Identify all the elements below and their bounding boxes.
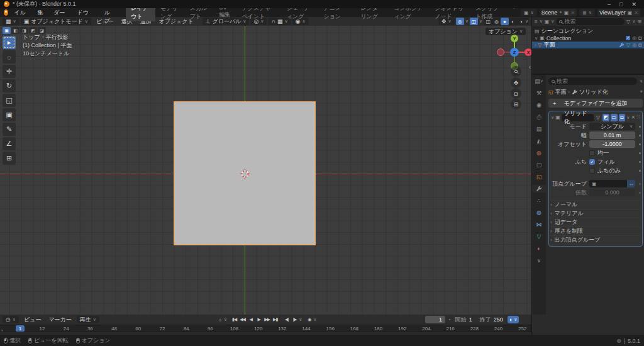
- measure-tool[interactable]: ∠: [3, 137, 16, 150]
- new-viewlayer-icon[interactable]: ▣: [628, 10, 633, 16]
- tab-scene[interactable]: ◭: [533, 137, 545, 145]
- navigation-gizmo[interactable]: Y X Z: [496, 33, 531, 71]
- modifier-subpanel[interactable]: ›マテリアル: [550, 209, 641, 218]
- properties-options-chevron[interactable]: ∨: [640, 79, 643, 84]
- timeline-editor-type-button[interactable]: ◷∨: [3, 316, 19, 323]
- pan-hand-icon[interactable]: ✥: [511, 77, 521, 88]
- modifier-wrench-icon[interactable]: [619, 42, 625, 48]
- invert-vertex-group-icon[interactable]: ↔: [627, 180, 635, 187]
- viewlayer-selector[interactable]: ViewLayer ▣ ✕: [597, 9, 640, 16]
- preview-range-icon[interactable]: ◔: [448, 317, 451, 323]
- disable-render-icon[interactable]: ◘: [638, 35, 641, 41]
- disable-render-icon[interactable]: ◘: [638, 42, 641, 48]
- add-modifier-button[interactable]: ＋ モディファイアーを追加: [548, 99, 643, 108]
- tab-collection[interactable]: ▢: [533, 161, 545, 169]
- vertex-group-field[interactable]: ▣ ↔: [589, 180, 635, 187]
- outliner-row-plane[interactable]: › ▽ 平面 ▽ ◎ ◘: [532, 42, 644, 48]
- select-subtract-icon[interactable]: ◨: [20, 27, 28, 34]
- pin-icon[interactable]: ⌖: [559, 9, 562, 16]
- width-value-field[interactable]: 0.01 m: [589, 131, 635, 139]
- tab-render[interactable]: ◉: [533, 101, 545, 109]
- breadcrumb-object[interactable]: 平面: [555, 88, 567, 96]
- minimize-button[interactable]: –: [608, 1, 611, 8]
- add-cube-tool[interactable]: ⊞: [3, 152, 16, 165]
- drag-handle-icon[interactable]: ⠿: [636, 114, 640, 120]
- tab-object[interactable]: ◱: [533, 173, 545, 181]
- render-toggle[interactable]: ◘: [619, 114, 626, 121]
- timeline-view-options-button[interactable]: ◐∨: [508, 316, 519, 323]
- timeline-menu[interactable]: マーカー: [45, 316, 75, 324]
- tab-object-data[interactable]: ▽: [533, 233, 545, 240]
- annotate-tool[interactable]: ✎: [3, 123, 16, 136]
- zoom-icon[interactable]: [511, 66, 521, 77]
- tab-constraints[interactable]: ⋈: [533, 221, 545, 228]
- gizmo-minus-x-axis[interactable]: [497, 49, 504, 56]
- edit-mode-toggle[interactable]: ◩: [602, 114, 609, 121]
- sync-icon[interactable]: ○: [216, 316, 224, 323]
- outliner-row-scene-collection[interactable]: ▤ シーンコレクション: [532, 28, 644, 35]
- camera-view-icon[interactable]: ◘: [511, 88, 521, 99]
- tab-output[interactable]: ⎙: [533, 113, 545, 121]
- pin-icon[interactable]: ⌖: [640, 89, 643, 95]
- frame-start-field[interactable]: 開始 1: [452, 316, 475, 323]
- select-intersect-icon[interactable]: ◪: [38, 27, 46, 34]
- current-frame-field[interactable]: 1: [425, 316, 445, 323]
- rotate-tool[interactable]: ↻: [3, 79, 16, 92]
- on-cage-toggle[interactable]: ▽: [595, 114, 602, 121]
- tab-physics[interactable]: ◍: [533, 209, 545, 216]
- rim-fill-checkbox[interactable]: ✓: [589, 159, 595, 165]
- transform-tool[interactable]: ▣: [3, 108, 16, 121]
- collapse-chevron-icon[interactable]: ∨: [535, 36, 538, 41]
- new-collection-icon[interactable]: ⊞: [637, 19, 641, 25]
- new-scene-icon[interactable]: ▣: [564, 10, 569, 16]
- move-tool[interactable]: ✛: [3, 65, 16, 78]
- prev-keyframe-button[interactable]: ◀◀: [238, 316, 247, 323]
- maximize-button[interactable]: □: [619, 1, 623, 8]
- hide-eye-icon[interactable]: ◎: [632, 42, 636, 48]
- close-button[interactable]: ✕: [631, 1, 636, 8]
- jump-to-start-button[interactable]: ▮◀: [230, 316, 238, 323]
- modifier-subpanel[interactable]: ›出力頂点グループ: [550, 235, 641, 244]
- modifier-extras-chevron[interactable]: ∨: [626, 115, 630, 120]
- perspective-toggle-icon[interactable]: ⊞: [511, 99, 521, 109]
- delete-modifier-icon[interactable]: ✕: [631, 114, 635, 120]
- tab-view-layer[interactable]: ▤: [533, 125, 545, 133]
- viewlayer-browse-button[interactable]: ≣∨: [579, 9, 595, 16]
- frame-end-field[interactable]: 終了 250: [477, 316, 506, 323]
- modifier-name-field[interactable]: ソリッド化: [562, 114, 594, 121]
- mesh-data-icon[interactable]: ▽: [626, 42, 630, 48]
- tab-tool[interactable]: ⚒: [533, 89, 545, 97]
- mode-dropdown-field[interactable]: シンプル ∨: [589, 123, 635, 130]
- tab-material[interactable]: ◐: [533, 245, 545, 252]
- panel-expand-chevron[interactable]: ∨: [551, 115, 554, 120]
- display-mode-icon[interactable]: ▣: [545, 19, 550, 25]
- blender-menu-icon[interactable]: [4, 9, 8, 16]
- outliner-search-input[interactable]: 検索: [556, 18, 625, 25]
- tab-world[interactable]: ◍: [533, 149, 545, 157]
- scene-selector[interactable]: Scene ⌖ ▣ ✕: [540, 9, 577, 16]
- outliner-editor-icon[interactable]: ≡: [535, 19, 538, 25]
- playback-dropdown[interactable]: 再生 ∨: [77, 316, 99, 323]
- next-keyframe-button[interactable]: ▶▶: [263, 316, 271, 323]
- modifier-subpanel[interactable]: ›厚さを制限: [550, 226, 641, 235]
- play-button[interactable]: ▶: [255, 316, 263, 323]
- realtime-toggle[interactable]: ▭: [611, 114, 618, 121]
- hide-eye-icon[interactable]: ◎: [632, 35, 636, 41]
- scene-browse-button[interactable]: ▣∨: [521, 9, 537, 16]
- properties-editor-type-icon[interactable]: ▤∨: [533, 77, 545, 85]
- frame-forward-button[interactable]: |▶: [291, 316, 299, 323]
- tab-modifiers[interactable]: [532, 185, 546, 193]
- scale-tool[interactable]: ◱: [3, 94, 16, 107]
- properties-search-input[interactable]: 検索: [548, 77, 637, 85]
- viewlayer-name[interactable]: ViewLayer: [599, 9, 626, 16]
- viewport-3d[interactable]: トップ・平行投影 (1) Collection | 平面 10センチメートル ▣…: [0, 26, 531, 315]
- frame-back-button[interactable]: ◀|: [282, 316, 291, 323]
- scene-name[interactable]: Scene: [541, 9, 558, 16]
- only-rim-checkbox[interactable]: [589, 168, 595, 174]
- tab-particles[interactable]: ∴: [533, 197, 545, 204]
- select-extend-icon[interactable]: ◧: [11, 27, 19, 34]
- modifier-subpanel[interactable]: ›ノーマル: [550, 200, 641, 209]
- auto-keying-icon[interactable]: ◉: [305, 316, 313, 323]
- cursor-tool[interactable]: ◌: [3, 50, 16, 64]
- tabs-overflow-chevron[interactable]: ∨: [533, 257, 545, 264]
